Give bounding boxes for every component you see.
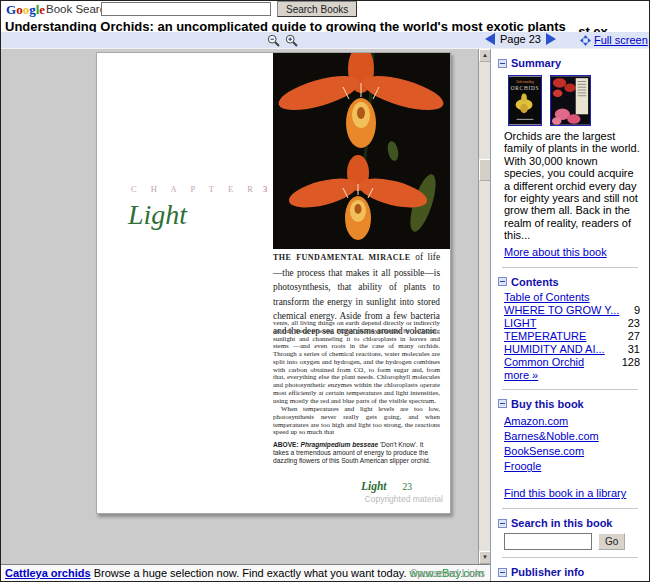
toc-row: TEMPERATURE 27: [504, 330, 650, 343]
zoom-in-icon[interactable]: [285, 34, 298, 47]
toc-link[interactable]: TEMPERATURE: [504, 330, 586, 343]
google-book-search-window: Google Book Search Search Books Understa…: [0, 0, 650, 582]
toc-row: more »: [504, 369, 650, 382]
section-divider: [502, 557, 638, 558]
search-section-header: Search in this book: [498, 517, 650, 529]
ad-text: Browse a huge selection now. Find exactl…: [91, 567, 410, 579]
collapse-minus-icon[interactable]: [498, 519, 507, 528]
find-in-library-link[interactable]: Find this book in a library: [504, 487, 626, 499]
toc-page-number: 9: [634, 304, 640, 317]
contents-heading: Contents: [511, 276, 559, 288]
toc-row: HUMIDITY AND AI... 31: [504, 343, 650, 356]
buy-link-froogle[interactable]: Froogle: [504, 460, 541, 472]
buy-links: Amazon.com Barnes&Noble.com BookSense.co…: [504, 413, 650, 474]
search-in-book-heading: Search in this book: [511, 517, 612, 529]
front-cover-thumbnail[interactable]: Understanding ORCHIDS: [508, 75, 542, 126]
toc-link[interactable]: LIGHT: [504, 317, 536, 330]
search-in-book-row: Go: [504, 533, 650, 550]
photo-caption: ABOVE: Phragmipedium besseae 'Don't Know…: [273, 441, 435, 465]
book-page: C H A P T E R 3 Light THE FUNDAMENTAL MI…: [96, 52, 451, 514]
scrollbar-thumb[interactable]: [479, 159, 490, 181]
page-navigation: Page 23: [485, 33, 556, 45]
printed-page-number: 23: [403, 482, 413, 492]
previous-page-button[interactable]: [485, 33, 495, 45]
toc-row: Table of Contents: [504, 291, 650, 304]
publisher-info-heading: Publisher info: [511, 566, 584, 578]
toc-page-number: 23: [628, 317, 640, 330]
library-link-row: Find this book in a library: [504, 483, 650, 501]
collapse-minus-icon[interactable]: [498, 59, 507, 68]
toc-row: LIGHT 23: [504, 317, 650, 330]
toc-page-number: 31: [628, 343, 640, 356]
toc-page-number: 128: [622, 356, 640, 369]
toc-row: WHERE TO GROW Y... 9: [504, 304, 650, 317]
viewer-toolbar: Page 23 Full screen: [1, 32, 649, 49]
buy-section-header: Buy this book: [498, 398, 650, 410]
buy-link-booksense[interactable]: BookSense.com: [504, 445, 584, 457]
ad-link[interactable]: Cattleya orchids: [5, 567, 91, 579]
summary-heading: Summary: [511, 57, 561, 69]
scroll-up-button[interactable]: ▲: [479, 49, 490, 62]
body-paragraph: vents, all living things on earth depend…: [273, 319, 440, 404]
collapse-minus-icon[interactable]: [498, 568, 507, 577]
logo-letter: G: [6, 2, 16, 17]
copyright-notice: Copyrighted material: [365, 494, 443, 504]
search-in-book-input[interactable]: [504, 533, 592, 550]
buy-heading: Buy this book: [511, 398, 584, 410]
fullscreen-control[interactable]: Full screen: [580, 34, 648, 46]
scroll-down-button[interactable]: ▼: [479, 551, 490, 564]
next-page-button[interactable]: [546, 33, 556, 45]
contents-section-header: Contents: [498, 276, 650, 288]
caption-species: Phragmipedium besseae: [300, 441, 378, 448]
search-input[interactable]: [101, 2, 271, 16]
go-button[interactable]: Go: [598, 533, 625, 550]
toc-link[interactable]: Table of Contents: [504, 291, 590, 304]
collapse-minus-icon[interactable]: [498, 277, 507, 286]
chapter-number: 3: [263, 184, 267, 194]
sponsored-links-label: Sponsored Links: [411, 568, 486, 579]
search-books-button[interactable]: Search Books: [277, 1, 357, 17]
fullscreen-icon: [580, 35, 591, 46]
summary-text: Orchids are the largest family of plants…: [504, 130, 640, 242]
page-footer: Light 23: [361, 480, 412, 492]
buy-link-barnesnoble[interactable]: Barnes&Noble.com: [504, 430, 599, 442]
viewer-scrollbar[interactable]: ▲ ▼: [478, 49, 490, 564]
lead-phrase: THE FUNDAMENTAL MIRACLE: [273, 253, 411, 262]
sponsored-links-bar: Cattleya orchids Browse a huge selection…: [1, 564, 490, 581]
buy-link-amazon[interactable]: Amazon.com: [504, 415, 568, 427]
google-logo[interactable]: Google: [6, 2, 45, 18]
section-divider: [502, 389, 638, 390]
svg-text:Understanding: Understanding: [516, 80, 534, 84]
body-paragraph-2: When temperatures and light levels are t…: [273, 405, 440, 436]
book-covers: Understanding ORCHIDS: [508, 75, 650, 126]
orchid-photo: [273, 53, 450, 249]
section-divider: [502, 508, 638, 509]
svg-text:ORCHIDS: ORCHIDS: [511, 85, 539, 91]
logo-letter: e: [39, 2, 45, 17]
zoom-out-icon[interactable]: [267, 34, 280, 47]
chapter-heading: C H A P T E R 3: [131, 184, 267, 194]
toc-link[interactable]: Common Orchid: [504, 356, 584, 369]
fullscreen-link[interactable]: Full screen: [594, 34, 648, 46]
toc-row: Common Orchid 128: [504, 356, 650, 369]
chapter-word: C H A P T E R: [131, 184, 259, 194]
sidebar: Summary Understanding ORCHIDS: [490, 49, 650, 581]
toc-link[interactable]: WHERE TO GROW Y...: [504, 304, 619, 317]
page-number-label: Page 23: [500, 33, 541, 45]
summary-section-header: Summary: [498, 57, 650, 69]
book-viewer: C H A P T E R 3 Light THE FUNDAMENTAL MI…: [1, 49, 490, 564]
toc-page-number: 27: [628, 330, 640, 343]
back-cover-thumbnail[interactable]: [550, 75, 591, 126]
chapter-title: Light: [128, 199, 187, 231]
section-divider: [502, 267, 638, 268]
collapse-minus-icon[interactable]: [498, 399, 507, 408]
running-chapter-title: Light: [361, 480, 387, 492]
toc-more-link[interactable]: more »: [504, 369, 538, 382]
header: Google Book Search Search Books: [1, 1, 649, 17]
more-about-book-link[interactable]: More about this book: [504, 246, 607, 258]
title-row: Understanding Orchids: an uncomplicated …: [1, 17, 649, 32]
toc-link[interactable]: HUMIDITY AND AI...: [504, 343, 605, 356]
zoom-controls: [267, 34, 298, 47]
caption-label: ABOVE:: [273, 441, 300, 448]
table-of-contents: Table of Contents WHERE TO GROW Y... 9 L…: [504, 291, 650, 382]
